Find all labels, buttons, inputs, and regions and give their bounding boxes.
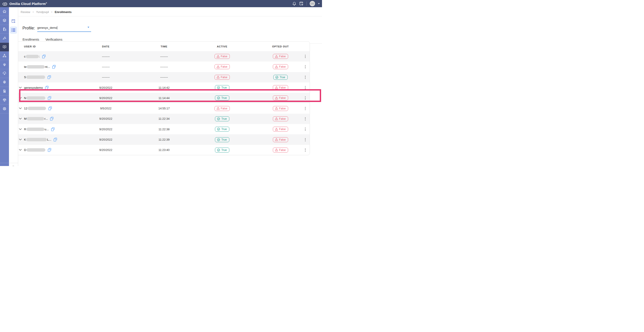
expand-chevron-icon[interactable] <box>19 107 22 109</box>
expand-chevron-icon[interactable] <box>19 149 22 151</box>
active-badge-true: True <box>215 96 229 100</box>
active-badge-true: True <box>215 85 229 90</box>
sidebar-item-life-ring[interactable] <box>0 104 9 113</box>
opted-out-badge-false: False <box>273 148 288 153</box>
copy-user-id-icon[interactable] <box>54 137 57 142</box>
row-actions-kebab-icon[interactable] <box>304 85 306 90</box>
copy-user-id-icon[interactable] <box>42 54 46 59</box>
user-id-value: 12 <box>24 107 46 110</box>
row-actions-kebab-icon[interactable] <box>304 96 306 100</box>
user-settings-icon <box>2 80 7 85</box>
table-row: D9/20/202211:23:40TrueFalse <box>14 145 310 155</box>
date-value: 9/20/2022 <box>67 138 144 141</box>
column-header-time: TIME <box>144 45 184 48</box>
copy-user-id-icon[interactable] <box>51 127 55 131</box>
redaction-blob <box>28 107 46 110</box>
brand-logo: Omilia Cloud Platform® <box>0 1 47 6</box>
expand-chevron-icon[interactable] <box>19 97 22 99</box>
sidebar-item-voice-review[interactable] <box>0 43 9 52</box>
scales-icon <box>2 98 7 102</box>
breadcrumb-chevron-icon: › <box>33 10 34 14</box>
active-badge-false: False <box>214 64 230 69</box>
account-menu-caret-icon[interactable] <box>318 3 320 4</box>
profile-select-input[interactable]: genesys_demo <box>37 24 91 32</box>
sidebar-item-user-settings[interactable] <box>0 78 9 87</box>
copy-user-id-icon[interactable] <box>47 75 51 79</box>
copy-user-id-icon[interactable] <box>48 148 52 152</box>
copy-user-id-icon[interactable] <box>48 96 52 100</box>
profile-selector-row: Profile: genesys_demo <box>22 24 91 32</box>
row-actions-kebab-icon[interactable] <box>304 137 306 142</box>
expand-chevron-icon[interactable] <box>19 128 22 130</box>
copy-user-id-icon[interactable] <box>48 106 52 111</box>
expand-chevron-icon[interactable] <box>19 87 22 89</box>
copy-user-id-icon[interactable] <box>50 117 54 121</box>
row-actions-kebab-icon[interactable] <box>304 127 306 132</box>
row-actions-kebab-icon[interactable] <box>304 148 306 153</box>
redaction-blob <box>27 117 44 120</box>
time-value: -------- <box>144 76 184 79</box>
set-square-icon <box>2 36 7 40</box>
breadcrumb-chevron-icon: › <box>52 10 52 14</box>
row-actions-kebab-icon[interactable] <box>304 106 306 111</box>
row-actions-kebab-icon[interactable] <box>304 75 306 80</box>
table-row: S----------------FalseTrue <box>14 72 310 83</box>
copy-user-id-icon[interactable] <box>45 86 49 90</box>
apps-icon <box>2 27 7 32</box>
billing-document-icon <box>2 89 7 93</box>
sidebar-item-set-square[interactable] <box>0 34 9 43</box>
sidebar-item-layers[interactable] <box>0 16 9 25</box>
redaction-blob <box>26 96 45 100</box>
sidebar-item-home[interactable] <box>0 7 9 16</box>
expand-chevron-icon[interactable] <box>19 118 22 120</box>
breadcrumb-item-current: Enrollments <box>55 10 72 14</box>
user-id-value: c: <box>24 55 40 58</box>
time-value: -------- <box>144 65 184 69</box>
topbar-divider <box>306 2 307 6</box>
date-value: -------- <box>67 55 144 58</box>
sidebar-item-scales[interactable] <box>0 96 9 104</box>
breadcrumb-item-profile[interactable]: Yvndpsq4 <box>36 10 49 14</box>
app-settings-icon[interactable] <box>299 2 304 6</box>
opted-out-badge-true: True <box>273 75 288 80</box>
row-actions-kebab-icon[interactable] <box>304 54 306 59</box>
breadcrumb-item-review[interactable]: Review <box>21 10 30 14</box>
date-value: 9/20/2022 <box>67 128 144 131</box>
sidebar-item-apps[interactable] <box>0 25 9 34</box>
sidebar-item-lightbulb[interactable] <box>0 60 9 69</box>
table-row: genesysdemo9/20/202211:14:42TrueFalse <box>14 83 310 93</box>
rail-bottom-separator <box>9 163 18 163</box>
registered-mark: ® <box>46 2 47 4</box>
time-value: 11:22:34 <box>144 117 184 120</box>
expand-chevron-icon[interactable] <box>19 139 22 141</box>
user-avatar[interactable]: OD <box>310 1 315 6</box>
cloud-services-icon <box>2 71 7 76</box>
profile-dropdown-caret-icon[interactable] <box>88 27 89 28</box>
active-badge-true: True <box>215 116 229 121</box>
table-header-row: USER ID DATE TIME ACTIVE OPTED OUT <box>14 42 310 51</box>
sidebar-item-cloud-services[interactable] <box>0 69 9 78</box>
app-title: Omilia Cloud Platform® <box>10 2 47 6</box>
rail-item-app-settings[interactable] <box>10 18 17 25</box>
molecule-icon <box>2 54 7 58</box>
time-value: 11:14:44 <box>144 96 184 100</box>
row-actions-kebab-icon[interactable] <box>304 116 306 121</box>
enrollments-table: USER ID DATE TIME ACTIVE OPTED OUT c:---… <box>14 41 310 155</box>
sidebar-item-billing-document[interactable] <box>0 87 9 96</box>
redaction-blob <box>26 128 44 131</box>
row-actions-kebab-icon[interactable] <box>304 64 306 69</box>
active-badge-true: True <box>215 137 229 142</box>
cloud-logo-icon <box>2 1 8 6</box>
user-id-value: D <box>24 148 46 152</box>
table-row: Ru...9/20/202211:22:38TrueFalse <box>14 124 310 134</box>
date-value: 9/20/2022 <box>67 148 144 152</box>
rail-item-enrollment-list[interactable] <box>10 27 17 34</box>
redaction-blob <box>27 65 45 69</box>
redaction-blob <box>26 148 45 152</box>
time-value: 11:14:42 <box>144 86 184 89</box>
opted-out-badge-false: False <box>273 85 288 90</box>
user-id-value: S <box>24 76 45 79</box>
notifications-bell-icon[interactable] <box>292 2 296 6</box>
copy-user-id-icon[interactable] <box>52 65 56 69</box>
sidebar-item-molecule[interactable] <box>0 52 9 60</box>
